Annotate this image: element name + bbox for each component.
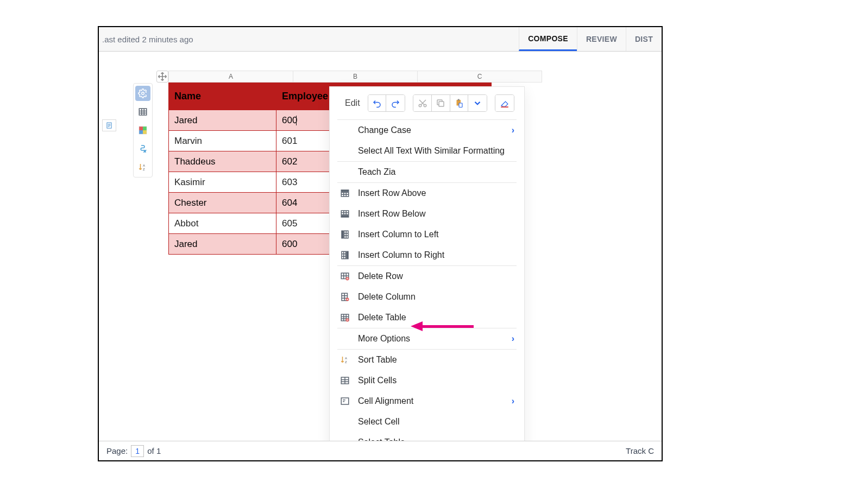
color-swatch-icon (138, 125, 148, 135)
column-letter-row: A B C (168, 71, 542, 83)
undo-button[interactable] (368, 95, 387, 111)
last-edited-label: .ast edited 2 minutes ago (102, 35, 193, 44)
menu-insert-col-left[interactable]: Insert Column to Left (330, 224, 524, 245)
cell-alignment-icon (340, 396, 350, 406)
table-grid-button[interactable] (135, 104, 150, 119)
copy-icon (436, 98, 445, 108)
cell-name[interactable]: Abbot (169, 213, 276, 234)
chevron-right-icon: › (512, 125, 514, 135)
svg-text:A: A (143, 164, 145, 167)
table-formula-button[interactable]: x (135, 141, 150, 156)
svg-text:x: x (143, 149, 146, 153)
cell-name[interactable]: Chester (169, 193, 276, 213)
context-menu: Edit Change Case› Select All Text With S… (329, 86, 525, 453)
svg-rect-34 (341, 216, 349, 217)
column-b[interactable]: B (293, 71, 418, 83)
sort-az-icon: AZ (138, 162, 148, 172)
gear-icon (138, 88, 148, 98)
text-cursor (296, 116, 297, 125)
table-sort-button[interactable]: AZ (135, 160, 150, 175)
paste-button[interactable] (450, 95, 469, 111)
insert-col-left-icon (340, 230, 350, 239)
menu-delete-row[interactable]: Delete Row (330, 266, 524, 287)
cell-name[interactable]: Kasimir (169, 172, 276, 193)
svg-rect-39 (342, 231, 343, 238)
redo-icon (391, 98, 400, 108)
undo-redo-group (368, 94, 406, 112)
paste-dropdown[interactable] (468, 95, 487, 111)
svg-rect-29 (341, 190, 349, 192)
page-thumbnail[interactable] (102, 119, 116, 131)
table-tools-sidebar: x AZ (133, 83, 153, 178)
sort-icon: AZ (340, 355, 350, 365)
menu-more-options[interactable]: More Options› (330, 328, 524, 349)
menu-insert-col-right[interactable]: Insert Column to Right (330, 245, 524, 265)
svg-rect-22 (458, 99, 460, 101)
document-canvas[interactable]: A B C x AZ Name E (99, 52, 662, 441)
svg-rect-12 (143, 126, 147, 130)
menu-select-similar[interactable]: Select All Text With Similar Formatting (330, 141, 524, 161)
undo-icon (372, 98, 382, 108)
redo-button[interactable] (386, 95, 405, 111)
tab-review[interactable]: REVIEW (577, 27, 626, 51)
menu-delete-column[interactable]: Delete Column (330, 287, 524, 307)
svg-text:Z: Z (143, 168, 145, 171)
svg-point-4 (142, 92, 144, 95)
delete-row-icon (340, 271, 350, 281)
track-changes-label[interactable]: Track C (626, 446, 654, 455)
cell-value: 600 (282, 115, 297, 125)
mode-tabs: COMPOSE REVIEW DIST (519, 27, 662, 51)
chevron-right-icon: › (512, 334, 514, 344)
clear-format-button[interactable] (495, 95, 514, 111)
menu-teach-zia[interactable]: Teach Zia (330, 162, 524, 182)
svg-rect-24 (501, 106, 508, 107)
editor-window: .ast edited 2 minutes ago COMPOSE REVIEW… (98, 26, 663, 461)
column-c[interactable]: C (418, 71, 542, 83)
menu-insert-row-below[interactable]: Insert Row Below (330, 204, 524, 224)
delete-table-icon (340, 313, 350, 322)
context-menu-header: Edit (330, 87, 524, 119)
svg-text:Z: Z (345, 360, 347, 364)
tab-distribute[interactable]: DIST (626, 27, 662, 51)
chevron-right-icon: › (512, 396, 514, 406)
clear-format-group (495, 94, 514, 112)
table-move-handle[interactable] (156, 71, 168, 83)
paste-icon (454, 98, 464, 108)
cell-name[interactable]: Marvin (169, 131, 276, 151)
page-indicator: Page: of 1 (106, 445, 161, 457)
cell-name[interactable]: Thaddeus (169, 151, 276, 172)
menu-sort-table[interactable]: AZSort Table (330, 350, 524, 370)
move-icon (157, 71, 168, 82)
menu-insert-row-above[interactable]: Insert Row Above (330, 183, 524, 204)
menu-cell-alignment[interactable]: Cell Alignment› (330, 391, 524, 411)
page-number-input[interactable] (131, 445, 144, 457)
table-settings-button[interactable] (135, 86, 150, 101)
cell-name[interactable]: Jared (169, 110, 276, 131)
cell-name[interactable]: Jared (169, 234, 276, 255)
menu-select-cell[interactable]: Select Cell (330, 411, 524, 432)
svg-rect-23 (459, 103, 462, 107)
menu-change-case[interactable]: Change Case› (330, 120, 524, 141)
clipboard-group (413, 94, 487, 112)
svg-text:A: A (345, 357, 347, 360)
menu-split-cells[interactable]: Split Cells (330, 370, 524, 391)
tab-compose[interactable]: COMPOSE (519, 27, 577, 51)
page-icon (105, 122, 113, 129)
copy-button[interactable] (432, 95, 450, 111)
insert-row-below-icon (340, 209, 350, 219)
header-name[interactable]: Name (169, 83, 276, 110)
svg-rect-20 (439, 102, 444, 106)
table-color-button[interactable] (135, 123, 150, 138)
svg-rect-11 (139, 126, 143, 130)
column-a[interactable]: A (168, 71, 293, 83)
menu-delete-table[interactable]: Delete Table (330, 307, 524, 328)
insert-row-above-icon (340, 188, 350, 198)
delete-column-icon (340, 292, 350, 302)
svg-rect-13 (139, 130, 143, 134)
function-icon: x (138, 144, 148, 154)
status-bar: Page: of 1 Track C (99, 441, 662, 460)
eraser-icon (500, 98, 510, 108)
insert-col-right-icon (340, 250, 350, 260)
edit-label: Edit (345, 98, 360, 108)
cut-button[interactable] (413, 95, 432, 111)
